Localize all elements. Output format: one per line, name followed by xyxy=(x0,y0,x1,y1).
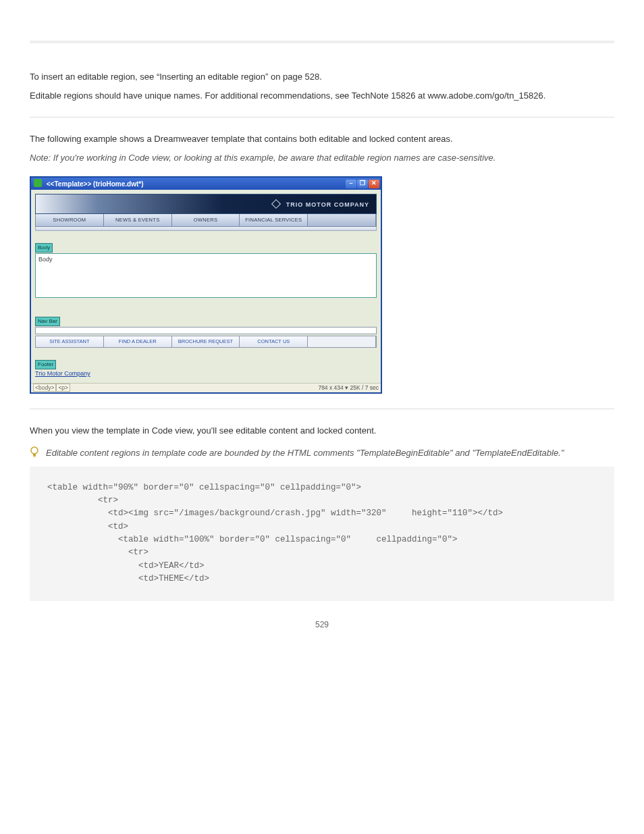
section1-p1: The following example shows a Dreamweave… xyxy=(30,132,614,146)
page-banner: TRIO MOTOR COMPANY xyxy=(35,194,377,214)
brand-text: TRIO MOTOR COMPANY xyxy=(286,201,369,208)
close-button[interactable]: ✕ xyxy=(369,180,379,188)
nav-bottom-row: SITE ASSISTANT FIND A DEALER BROCHURE RE… xyxy=(35,336,377,348)
tip-text: Editable content regions in template cod… xyxy=(46,446,564,460)
intro-p2: Editable regions should have unique name… xyxy=(30,89,614,103)
intro-p1: To insert an editable region, see “Inser… xyxy=(30,70,614,84)
window-buttons: – ❐ ✕ xyxy=(346,180,379,188)
tag-selector[interactable]: <body><p> xyxy=(33,384,70,392)
minimize-button[interactable]: – xyxy=(346,180,356,188)
tag-p[interactable]: <p> xyxy=(56,384,70,392)
tag-body[interactable]: <body> xyxy=(33,384,56,392)
nav-bottom-4[interactable] xyxy=(308,336,376,347)
svg-rect-1 xyxy=(33,454,36,456)
body-region-tag: Body xyxy=(35,243,53,253)
code-sample: <table width="90%" border="0" cellspacin… xyxy=(30,467,614,601)
nav-bottom-3[interactable]: CONTACT US xyxy=(240,336,308,347)
navbar-region-tag: Nav Bar xyxy=(35,317,60,326)
body-region-text: Body xyxy=(38,256,53,263)
window-title: <<Template>> (trioHome.dwt*) xyxy=(47,180,144,188)
section-rule-1 xyxy=(30,117,614,118)
top-rule xyxy=(30,41,614,43)
nav-top-4[interactable] xyxy=(308,214,376,226)
nav-top-1[interactable]: NEWS & EVENTS xyxy=(104,214,172,226)
footer-link[interactable]: Trio Motor Company xyxy=(35,370,90,377)
nav-bottom-2[interactable]: BROCHURE REQUEST xyxy=(172,336,240,347)
spacer-bar xyxy=(35,227,377,231)
navbar-thin-row xyxy=(35,327,377,334)
nav-top-0[interactable]: SHOWROOM xyxy=(36,214,104,226)
section1-note: Note: If you're working in Code view, or… xyxy=(30,151,614,165)
nav-top-row: SHOWROOM NEWS & EVENTS OWNERS FINANCIAL … xyxy=(35,214,377,227)
section-rule-2 xyxy=(30,409,614,409)
template-window: <<Template>> (trioHome.dwt*) – ❐ ✕ TRIO … xyxy=(30,176,382,394)
nav-bottom-0[interactable]: SITE ASSISTANT xyxy=(36,336,104,347)
tip-icon xyxy=(30,446,39,459)
svg-point-0 xyxy=(31,447,38,454)
status-bar: <body><p> 784 x 434 ▾ 25K / 7 sec xyxy=(31,383,381,392)
nav-bottom-1[interactable]: FIND A DEALER xyxy=(104,336,172,347)
page-number: 529 xyxy=(30,619,614,631)
brand-logo-icon xyxy=(271,199,281,209)
brand-label: TRIO MOTOR COMPANY xyxy=(273,200,369,210)
nav-top-3[interactable]: FINANCIAL SERVICES xyxy=(240,214,308,226)
maximize-button[interactable]: ❐ xyxy=(357,180,368,188)
app-icon xyxy=(34,179,42,187)
nav-top-2[interactable]: OWNERS xyxy=(172,214,240,226)
footer-region-tag: Footer xyxy=(35,360,56,369)
window-titlebar: <<Template>> (trioHome.dwt*) – ❐ ✕ xyxy=(31,178,381,190)
section2-p1: When you view the template in Code view,… xyxy=(30,424,614,438)
status-right: 784 x 434 ▾ 25K / 7 sec xyxy=(318,384,379,392)
body-editable-region[interactable]: Body xyxy=(35,253,377,298)
